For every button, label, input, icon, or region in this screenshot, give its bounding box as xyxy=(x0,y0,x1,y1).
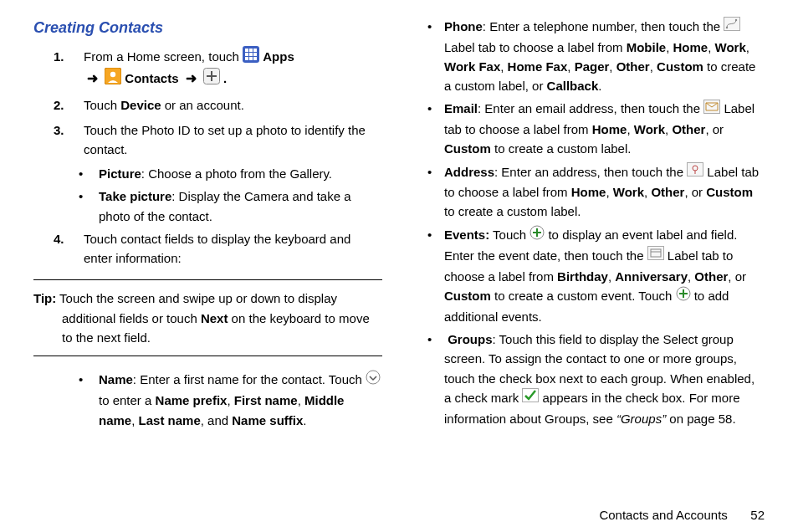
plus-circle-icon xyxy=(529,225,545,245)
arrow-icon: ➜ xyxy=(84,71,101,85)
svg-rect-8 xyxy=(249,57,253,60)
svg-rect-3 xyxy=(253,49,257,52)
svg-point-15 xyxy=(366,371,380,384)
svg-rect-25 xyxy=(647,247,663,260)
plus-circle-icon xyxy=(676,286,691,306)
label-phone-icon xyxy=(724,17,740,36)
field-address: • Address: Enter an address, then touch … xyxy=(416,162,765,222)
svg-rect-5 xyxy=(249,53,253,56)
step-4: 4. Touch contact fields to display the k… xyxy=(33,229,382,269)
section-heading: Creating Contacts xyxy=(33,17,382,40)
step-3: 3. Touch the Photo ID to set up a photo … xyxy=(33,120,382,160)
step-2: 2. Touch Device or an account. xyxy=(33,95,382,115)
label-event-icon xyxy=(647,246,664,265)
label-address-icon xyxy=(687,162,703,182)
page-number: 52 xyxy=(731,505,765,524)
contacts-icon xyxy=(105,68,121,90)
apps-label: Apps xyxy=(263,49,294,64)
period: . xyxy=(223,71,227,85)
svg-rect-7 xyxy=(245,57,248,60)
step3-take-picture: • Take picture: Display the Camera and t… xyxy=(33,187,382,226)
checkmark-icon xyxy=(522,388,539,407)
svg-rect-30 xyxy=(679,293,688,294)
svg-rect-24 xyxy=(533,232,541,233)
svg-rect-6 xyxy=(253,53,257,56)
field-name: • Name: Enter a first name for the conta… xyxy=(33,370,382,430)
svg-rect-4 xyxy=(245,53,248,56)
svg-rect-9 xyxy=(253,57,257,60)
contacts-label: Contacts xyxy=(125,71,178,85)
apps-icon xyxy=(243,46,259,68)
svg-point-11 xyxy=(110,72,115,77)
step3-picture: • Picture: Choose a photo from the Galle… xyxy=(33,164,382,183)
page-footer: Contacts and Accounts 52 xyxy=(0,502,798,524)
svg-rect-2 xyxy=(249,49,253,52)
arrow-icon: ➜ xyxy=(182,71,200,85)
field-events: • Events: Touch to display an event labe… xyxy=(416,225,765,326)
plus-icon xyxy=(203,68,220,90)
field-groups: • Groups: Touch this field to display th… xyxy=(416,330,765,428)
svg-rect-14 xyxy=(207,75,217,77)
svg-rect-20 xyxy=(688,162,703,176)
label-email-icon xyxy=(703,100,720,119)
chevron-down-circle-icon xyxy=(366,370,381,390)
footer-section: Contacts and Accounts xyxy=(599,508,727,522)
svg-point-17 xyxy=(726,27,728,28)
step1-text-a: From a Home screen, touch xyxy=(84,49,243,64)
svg-rect-1 xyxy=(245,49,248,52)
svg-point-18 xyxy=(735,19,737,21)
field-phone: • Phone: Enter a telephone number, then … xyxy=(416,17,765,95)
step-1: 1. From a Home screen, touch Apps ➜ Cont… xyxy=(33,47,382,91)
tip-callout: Tip: Touch the screen and swipe up or do… xyxy=(33,279,382,356)
field-email: • Email: Enter an email address, then to… xyxy=(416,99,765,158)
